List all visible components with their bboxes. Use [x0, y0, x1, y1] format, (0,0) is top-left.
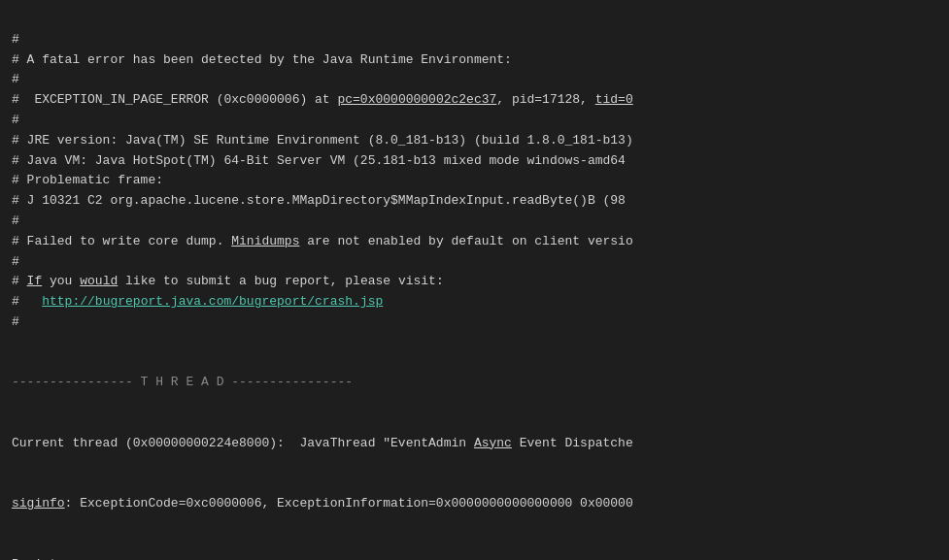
line-empty-7: [12, 355, 19, 370]
line-empty-2: #: [12, 72, 19, 86]
log-viewer: # # A fatal error has been detected by t…: [12, 10, 937, 560]
line-registers-header: Registers:: [12, 557, 87, 560]
line-jre-version: # JRE version: Java(TM) SE Runtime Envir…: [12, 133, 633, 148]
line-empty-10: [12, 537, 19, 551]
line-siginfo: siginfo: ExceptionCode=0xc0000006, Excep…: [12, 496, 633, 511]
line-java-vm: # Java VM: Java HotSpot(TM) 64-Bit Serve…: [12, 153, 626, 168]
line-exception: # EXCEPTION_IN_PAGE_ERROR (0xc0000006) a…: [12, 92, 633, 107]
line-bug-report: # If you would like to submit a bug repo…: [12, 274, 444, 288]
line-empty-5: #: [12, 254, 19, 269]
line-thread-divider: ---------------- T H R E A D -----------…: [12, 375, 353, 389]
line-empty-1: #: [12, 32, 19, 47]
line-empty-8: [12, 415, 19, 430]
line-core-dump: # Failed to write core dump. Minidumps a…: [12, 234, 633, 248]
line-current-thread: Current thread (0x00000000224e8000): Jav…: [12, 436, 633, 450]
line-empty-6: #: [12, 314, 19, 329]
line-frame-detail: # J 10321 C2 org.apache.lucene.store.MMa…: [12, 193, 626, 208]
line-empty-4: #: [12, 214, 19, 228]
line-url[interactable]: # http://bugreport.java.com/bugreport/cr…: [12, 294, 383, 309]
line-fatal-error: # A fatal error has been detected by the…: [12, 52, 512, 67]
line-empty-3: #: [12, 113, 19, 127]
line-prob-frame: # Problematic frame:: [12, 173, 163, 187]
line-empty-9: [12, 476, 19, 490]
